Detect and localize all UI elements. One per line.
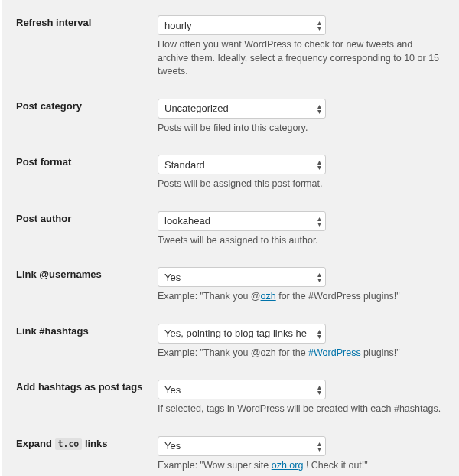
refresh-interval-select[interactable]: hourly — [158, 15, 326, 35]
row-expand-tco: Expand t.co links Yes ▴▾ Example: "Wow s… — [16, 427, 445, 477]
label-refresh-interval: Refresh interval — [16, 6, 158, 90]
label-post-format: Post format — [16, 145, 158, 202]
example-link-ozhorg[interactable]: ozh.org — [272, 460, 304, 471]
label-add-hashtags-as-tags: Add hashtags as post tags — [16, 370, 158, 427]
tco-code: t.co — [55, 438, 83, 450]
link-hashtags-example: Example: "Thank you @ozh for the #WordPr… — [158, 347, 445, 360]
expand-tco-example: Example: "Wow super site ozh.org ! Check… — [158, 459, 445, 473]
row-add-hashtags-as-tags: Add hashtags as post tags Yes ▴▾ If sele… — [16, 370, 445, 427]
label-link-hashtags: Link #hashtags — [16, 315, 158, 371]
link-usernames-select[interactable]: Yes — [158, 267, 326, 287]
post-format-select[interactable]: Standard — [158, 155, 326, 174]
select-wrap: Yes ▴▾ — [158, 267, 326, 287]
label-post-category: Post category — [16, 90, 158, 146]
select-wrap: lookahead ▴▾ — [158, 211, 326, 231]
select-wrap: Yes ▴▾ — [158, 380, 326, 399]
settings-form: Refresh interval hourly ▴▾ How often you… — [0, 0, 459, 476]
link-usernames-example: Example: "Thank you @ozh for the #WordPr… — [158, 290, 445, 304]
post-format-description: Posts will be assigned this post format. — [158, 178, 445, 191]
row-post-author: Post author lookahead ▴▾ Tweets will be … — [16, 202, 445, 259]
label-post-author: Post author — [16, 202, 158, 259]
example-link-ozh[interactable]: ozh — [261, 291, 276, 302]
select-wrap: Standard ▴▾ — [158, 155, 326, 174]
add-hashtags-as-tags-select[interactable]: Yes — [158, 380, 326, 399]
refresh-interval-description: How often you want WordPress to check fo… — [158, 38, 445, 79]
example-link-wordpress[interactable]: #WordPress — [308, 347, 361, 358]
select-wrap: Yes ▴▾ — [158, 436, 326, 456]
label-link-usernames: Link @usernames — [16, 258, 158, 315]
row-link-hashtags: Link #hashtags Yes, pointing to blog tag… — [16, 315, 445, 371]
select-wrap: hourly ▴▾ — [158, 15, 326, 35]
select-wrap: Uncategorized ▴▾ — [158, 99, 326, 119]
expand-tco-select[interactable]: Yes — [158, 436, 326, 456]
post-author-select[interactable]: lookahead — [158, 211, 326, 231]
row-link-usernames: Link @usernames Yes ▴▾ Example: "Thank y… — [16, 258, 445, 315]
row-post-category: Post category Uncategorized ▴▾ Posts wil… — [16, 90, 445, 146]
row-refresh-interval: Refresh interval hourly ▴▾ How often you… — [16, 6, 445, 90]
select-wrap: Yes, pointing to blog tag links here ▴▾ — [158, 324, 326, 344]
form-table: Refresh interval hourly ▴▾ How often you… — [16, 6, 445, 476]
link-hashtags-select[interactable]: Yes, pointing to blog tag links here — [158, 324, 326, 344]
post-category-description: Posts will be filed into this category. — [158, 122, 445, 135]
post-author-description: Tweets will be assigned to this author. — [158, 234, 445, 248]
add-hashtags-as-tags-description: If selected, tags in WordPress will be c… — [158, 403, 445, 416]
row-post-format: Post format Standard ▴▾ Posts will be as… — [16, 145, 445, 202]
label-expand-tco: Expand t.co links — [16, 427, 158, 477]
post-category-select[interactable]: Uncategorized — [158, 99, 326, 119]
